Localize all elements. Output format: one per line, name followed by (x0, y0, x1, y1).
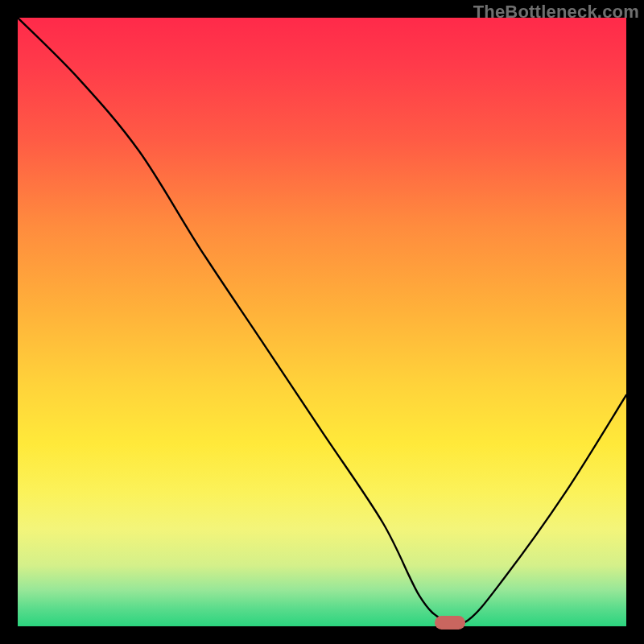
bottleneck-curve (18, 18, 626, 626)
plot-area (18, 18, 626, 626)
optimal-marker (435, 616, 465, 630)
chart-frame: TheBottleneck.com (0, 0, 644, 644)
